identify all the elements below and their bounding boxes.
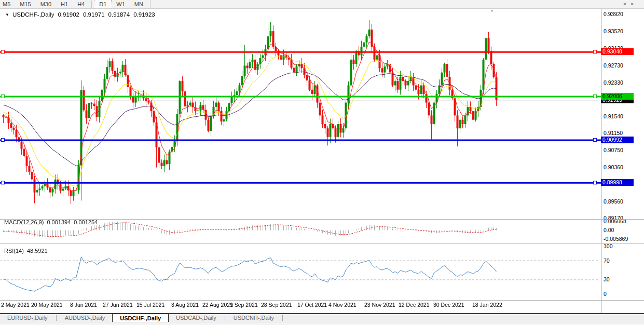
timeframe-button-m15[interactable]: M15 bbox=[15, 0, 35, 8]
rsi-axis-tick: 0 bbox=[604, 291, 642, 297]
date-axis-label: 4 Nov 2021 bbox=[328, 302, 357, 308]
date-axis-label: 8 Jun 2021 bbox=[70, 302, 97, 308]
price-axis-tick: 0.92330 bbox=[604, 79, 642, 86]
tab-scroll-right-icon[interactable]: ► bbox=[631, 2, 639, 6]
tab-divider bbox=[56, 315, 57, 321]
date-axis-separator bbox=[0, 300, 644, 301]
symbol-dropdown-icon[interactable]: ▼ bbox=[5, 12, 9, 17]
date-axis-label: 28 Sep 2021 bbox=[261, 302, 292, 308]
price-axis-tick: 0.93520 bbox=[604, 28, 642, 34]
date-axis-label: 15 Jul 2021 bbox=[136, 302, 165, 308]
price-axis-tick: 0.90360 bbox=[604, 164, 642, 170]
date-axis-label: 3 Aug 2021 bbox=[171, 302, 199, 308]
date-axis-label: 27 Jun 2021 bbox=[103, 302, 133, 308]
price-badge-hline-1: 0.92006 bbox=[601, 93, 634, 100]
date-axis-label: 2 May 2021 bbox=[1, 302, 30, 308]
timeframe-button-h4[interactable]: H4 bbox=[73, 0, 89, 8]
date-axis-label: 12 Dec 2021 bbox=[399, 302, 430, 308]
timeframe-button-h1[interactable]: H1 bbox=[56, 0, 73, 8]
price-badge-hline-3: 0.89998 bbox=[601, 179, 634, 186]
rsi-pane-separator[interactable] bbox=[0, 243, 644, 244]
chart-tab-usdchf[interactable]: USDCHF-,Daily bbox=[112, 314, 169, 322]
price-axis-tick: 0.91150 bbox=[604, 130, 642, 136]
rsi-axis-tick: 70 bbox=[604, 258, 642, 264]
price-badge-hline-0: 0.93040 bbox=[601, 48, 634, 55]
date-axis-label: 18 Jan 2022 bbox=[472, 302, 502, 308]
price-axis-tick: 0.91540 bbox=[604, 113, 642, 119]
tab-scroll-left-icon[interactable]: ◄ bbox=[622, 2, 631, 6]
macd-signal-value: 0.001254 bbox=[74, 219, 98, 225]
date-axis-label: 22 Aug 2021 bbox=[202, 302, 233, 308]
price-badge-hline-2: 0.90992 bbox=[601, 137, 634, 143]
rsi-axis-tick: 30 bbox=[604, 276, 642, 282]
mt4-terminal: M5M15M30H1H4D1W1MN ▼USDCHF-,Daily0.91902… bbox=[0, 0, 644, 325]
chart-tab-usdcnh[interactable]: USDCNH-,Daily bbox=[226, 314, 281, 322]
price-axis-tick: 0.89560 bbox=[604, 198, 642, 205]
price-axis-tick: 0.90750 bbox=[604, 147, 642, 153]
date-axis-label: 23 Nov 2021 bbox=[364, 302, 395, 308]
chart-title-row: ▼USDCHF-,Daily0.919020.919710.918740.919… bbox=[5, 11, 155, 19]
macd-main-value: 0.001394 bbox=[47, 219, 71, 225]
timeframe-button-d1[interactable]: D1 bbox=[94, 0, 112, 8]
chart-symbol-title: USDCHF-,Daily bbox=[12, 11, 54, 18]
timeframe-button-w1[interactable]: W1 bbox=[112, 0, 130, 8]
ohlc-low: 0.91874 bbox=[108, 11, 130, 18]
price-axis-tick: 0.92730 bbox=[604, 62, 642, 69]
toolbar-separator bbox=[91, 1, 92, 8]
chart-tab-audusd[interactable]: AUDUSD-,Daily bbox=[58, 314, 113, 322]
macd-indicator-label: MACD(12,26,9)0.0013940.001254 bbox=[4, 219, 98, 226]
ohlc-high: 0.91971 bbox=[83, 11, 105, 18]
price-axis-tick: 0.93920 bbox=[604, 11, 642, 17]
price-chart-canvas[interactable] bbox=[0, 9, 601, 313]
macd-axis-tick: 0.00 bbox=[604, 227, 642, 233]
macd-pane-separator[interactable] bbox=[0, 219, 644, 220]
toolbar-separator bbox=[150, 1, 150, 8]
tab-divider bbox=[225, 315, 225, 321]
timeframe-button-m30[interactable]: M30 bbox=[36, 0, 56, 8]
chart-tab-bar: EURUSD-,DailyAUDUSD-,DailyUSDCHF-,DailyU… bbox=[0, 313, 644, 322]
macd-axis-tick: -0.005869 bbox=[604, 236, 642, 242]
tab-divider bbox=[282, 315, 283, 321]
chart-tab-eurusd[interactable]: EURUSD-,Daily bbox=[0, 314, 55, 322]
chart-tab-usdcad[interactable]: USDCAD-,Daily bbox=[169, 314, 224, 322]
status-strip bbox=[0, 322, 644, 325]
ohlc-open: 0.91902 bbox=[58, 11, 79, 18]
rsi-indicator-label: RSI(14)48.5921 bbox=[4, 248, 48, 254]
date-axis-label: 30 Dec 2021 bbox=[433, 302, 464, 308]
tab-scroll-arrows[interactable]: ◄► bbox=[622, 2, 639, 6]
timeframe-button-m5[interactable]: M5 bbox=[0, 0, 15, 8]
chart-window: ▼USDCHF-,Daily0.919020.919710.918740.919… bbox=[0, 9, 644, 313]
chart-shift-marker-icon[interactable]: ▼ bbox=[490, 9, 494, 13]
date-axis-label: 20 May 2021 bbox=[31, 302, 63, 308]
timeframe-toolbar: M5M15M30H1H4D1W1MN bbox=[0, 0, 644, 9]
date-axis-label: 17 Oct 2021 bbox=[297, 302, 327, 308]
rsi-value: 48.5921 bbox=[27, 248, 48, 254]
date-axis-label: 9 Sep 2021 bbox=[230, 302, 258, 308]
ohlc-close: 0.91923 bbox=[133, 11, 155, 18]
timeframe-button-mn[interactable]: MN bbox=[130, 0, 148, 8]
